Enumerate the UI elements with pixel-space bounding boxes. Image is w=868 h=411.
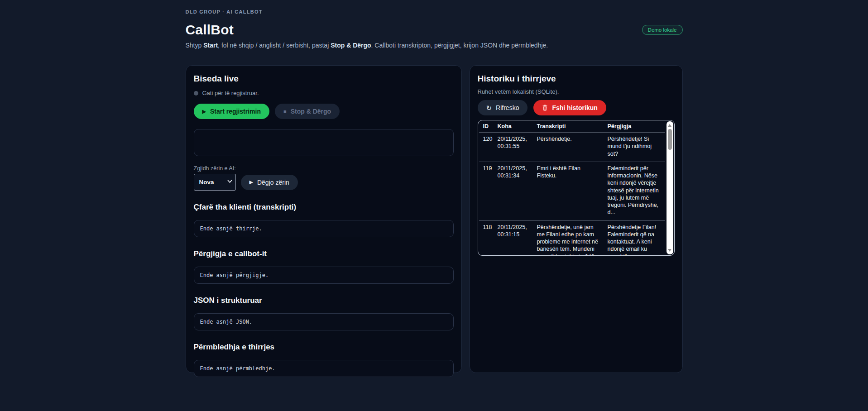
- history-button-row: ↻ Rifresko Fshi historikun: [478, 100, 675, 115]
- play-icon: ▶: [249, 180, 253, 185]
- live-panel: Biseda live Gati për të regjistruar. ▶ S…: [186, 65, 462, 373]
- history-subtitle: Ruhet vetëm lokalisht (SQLite).: [478, 88, 675, 95]
- summary-heading: Përmbledhja e thirrjes: [194, 343, 454, 352]
- subtitle-emphasis: Start: [203, 42, 218, 49]
- summary-box: Ende asnjë përmbledhje.: [194, 360, 454, 377]
- scrollbar-up-arrow[interactable]: [668, 124, 671, 127]
- cell-transcript: Përshëndetje, unë jam me Filani edhe po …: [534, 220, 605, 256]
- stop-send-label: Stop & Dërgo: [291, 108, 331, 115]
- refresh-label: Rifresko: [496, 104, 519, 111]
- response-box: Ende asnjë përgjigje.: [194, 267, 454, 284]
- conversation-log-box: [194, 129, 454, 156]
- subtitle-text: , fol në shqip / anglisht / serbisht, pa…: [218, 42, 331, 49]
- refresh-button[interactable]: ↻ Rifresko: [478, 100, 528, 115]
- live-button-row: ▶ Start regjistrimin ■ Stop & Dërgo: [194, 104, 454, 119]
- table-header-row: IDKohaTranskriptiPërgjigja: [479, 120, 665, 133]
- cell-transcript: Emri i është Filan Fisteku.: [534, 162, 605, 220]
- trash-icon: [542, 105, 548, 111]
- table-header-cell: Koha: [495, 120, 534, 133]
- status-text: Gati për të regjistruar.: [202, 90, 259, 96]
- response-heading: Përgjigja e callbot-it: [194, 249, 454, 258]
- table-row: 11920/11/2025, 00:31:34Emri i është Fila…: [479, 162, 665, 220]
- table-header-cell: Transkripti: [534, 120, 605, 133]
- refresh-icon: ↻: [486, 105, 492, 111]
- voice-row: Nova ▶ Dëgjo zërin: [194, 174, 454, 191]
- cell-id: 118: [479, 220, 495, 256]
- voice-select-label: Zgjidh zërin e AI:: [194, 165, 454, 172]
- scrollbar-thumb[interactable]: [668, 129, 672, 150]
- clear-history-button[interactable]: Fshi historikun: [533, 100, 606, 115]
- voice-select-wrap: Nova: [194, 174, 236, 191]
- transcript-placeholder: Ende asnjë thirrje.: [200, 225, 262, 232]
- cell-response: Përshëndetje! Si mund t'ju ndihmoj sot?: [605, 133, 665, 162]
- demo-badge: Demo lokale: [642, 25, 683, 35]
- history-heading: Historiku i thirrjeve: [478, 74, 675, 84]
- scrollbar-down-arrow[interactable]: [668, 249, 671, 252]
- play-icon: ▶: [202, 109, 206, 114]
- transcript-heading: Çfarë tha klienti (transkripti): [194, 203, 454, 212]
- history-table-container: IDKohaTranskriptiPërgjigja 12020/11/2025…: [478, 120, 675, 256]
- listen-voice-button[interactable]: ▶ Dëgjo zërin: [241, 175, 298, 190]
- transcript-box: Ende asnjë thirrje.: [194, 220, 454, 237]
- history-table: IDKohaTranskriptiPërgjigja 12020/11/2025…: [479, 120, 665, 256]
- response-placeholder: Ende asnjë përgjigje.: [200, 272, 269, 278]
- clear-history-label: Fshi historikun: [552, 104, 597, 111]
- table-header-cell: ID: [479, 120, 495, 133]
- page: DLD GROUP · AI CALLBOT CallBot Demo loka…: [186, 0, 683, 373]
- subtitle: Shtyp Start, fol në shqip / anglisht / s…: [186, 42, 683, 49]
- table-row: 12020/11/2025, 00:31:55Përshëndetje.Përs…: [479, 133, 665, 162]
- history-table-body: 12020/11/2025, 00:31:55Përshëndetje.Përs…: [479, 133, 665, 256]
- json-box: Ende asnjë JSON.: [194, 313, 454, 330]
- summary-placeholder: Ende asnjë përmbledhje.: [200, 365, 275, 372]
- start-recording-button[interactable]: ▶ Start regjistrimin: [194, 104, 270, 119]
- voice-select[interactable]: Nova: [194, 174, 236, 191]
- live-heading: Biseda live: [194, 74, 454, 84]
- breadcrumb: DLD GROUP · AI CALLBOT: [186, 9, 683, 14]
- status-dot-icon: [194, 91, 198, 96]
- cell-time: 20/11/2025, 00:31:55: [495, 133, 534, 162]
- cell-id: 120: [479, 133, 495, 162]
- cell-time: 20/11/2025, 00:31:34: [495, 162, 534, 220]
- cell-id: 119: [479, 162, 495, 220]
- title-row: CallBot Demo lokale: [186, 22, 683, 38]
- json-placeholder: Ende asnjë JSON.: [200, 319, 253, 325]
- json-heading: JSON i strukturuar: [194, 296, 454, 305]
- subtitle-text: Shtyp: [186, 42, 204, 49]
- cell-response: Faleminderit për informacionin. Nëse ken…: [605, 162, 665, 220]
- scrollbar-track[interactable]: [667, 121, 673, 254]
- table-header-cell: Përgjigja: [605, 120, 665, 133]
- cell-time: 20/11/2025, 00:31:15: [495, 220, 534, 256]
- start-recording-label: Start regjistrimin: [210, 108, 261, 115]
- main-columns: Biseda live Gati për të regjistruar. ▶ S…: [186, 65, 683, 373]
- subtitle-emphasis: Stop & Dërgo: [331, 42, 371, 49]
- status-row: Gati për të regjistruar.: [194, 90, 454, 96]
- table-row: 11820/11/2025, 00:31:15Përshëndetje, unë…: [479, 220, 665, 256]
- listen-voice-label: Dëgjo zërin: [257, 179, 289, 186]
- stop-icon: ■: [283, 109, 287, 114]
- subtitle-text: . Callboti transkripton, përgjigjet, kri…: [371, 42, 548, 49]
- stop-send-button[interactable]: ■ Stop & Dërgo: [275, 104, 340, 119]
- history-panel: Historiku i thirrjeve Ruhet vetëm lokali…: [470, 65, 683, 373]
- cell-transcript: Përshëndetje.: [534, 133, 605, 162]
- cell-response: Përshëndetje Filan! Faleminderit që na k…: [605, 220, 665, 256]
- page-title: CallBot: [186, 22, 234, 38]
